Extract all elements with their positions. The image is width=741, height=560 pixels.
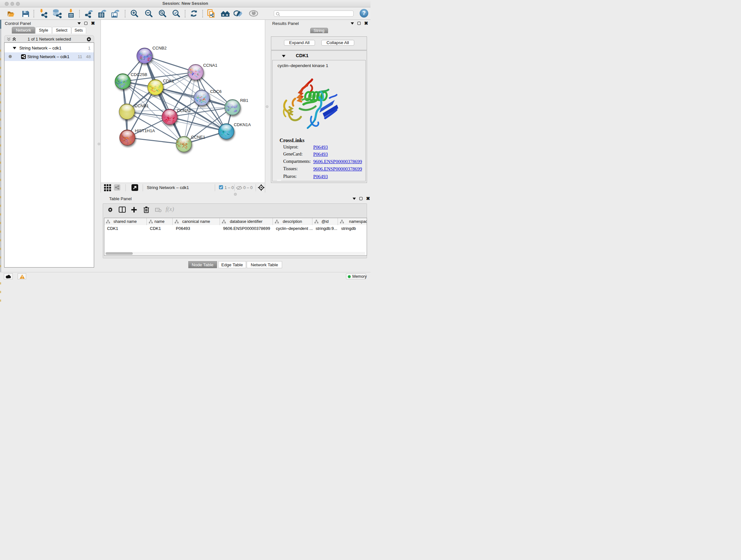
svg-text:CCNA2: CCNA2 (177, 108, 191, 113)
svg-text:CDC25B: CDC25B (131, 72, 147, 77)
svg-text:CDK1: CDK1 (163, 78, 174, 83)
svg-text:CCNA1: CCNA1 (203, 63, 217, 68)
svg-text:CCNE1: CCNE1 (191, 135, 205, 139)
svg-text:CDKN1A: CDKN1A (233, 122, 251, 127)
svg-text:RB1: RB1 (240, 98, 248, 103)
svg-text:CCNB1: CCNB1 (134, 104, 149, 108)
svg-text:CCNB2: CCNB2 (152, 46, 166, 51)
svg-text:CDC6: CDC6 (210, 89, 221, 94)
svg-text:HIST1H1A: HIST1H1A (135, 128, 155, 133)
